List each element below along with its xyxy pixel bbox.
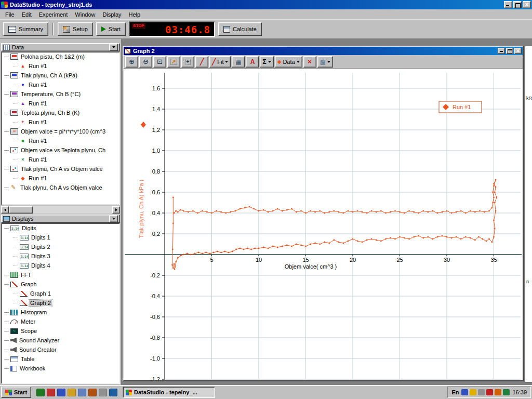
triangle-marker-icon: ▲ (20, 64, 26, 69)
zoom-out-button[interactable]: ⊖ (139, 56, 152, 68)
close-button[interactable] (523, 1, 531, 8)
sensor-blue-icon (10, 72, 18, 78)
data-source-item[interactable]: Tlak plynu, Ch A vs Objem valce (2, 164, 119, 174)
display-label: Digits 2 (30, 244, 51, 250)
tray-icon[interactable] (486, 389, 493, 395)
quick-launch-icon[interactable] (47, 389, 55, 396)
display-item[interactable]: Digits 3 (2, 251, 119, 261)
horizontal-scrollbar[interactable] (1, 206, 120, 214)
run-item[interactable]: ◆Run #1 (2, 174, 119, 183)
displays-panel-menu-button[interactable] (109, 215, 118, 222)
tray-icon[interactable] (461, 389, 468, 395)
scroll-left-button[interactable] (1, 206, 9, 214)
run-item[interactable]: ▲Run #1 (2, 61, 119, 71)
quick-launch-icon[interactable] (88, 389, 97, 396)
display-item[interactable]: Digits 4 (2, 261, 119, 270)
xy-data-icon (10, 147, 18, 153)
data-source-item[interactable]: Poloha pistu, Ch 1&2 (m) (2, 52, 119, 61)
maximize-button[interactable] (513, 1, 522, 8)
remove-button[interactable]: × (303, 56, 316, 68)
menu-display[interactable]: Display (99, 10, 125, 19)
svg-text:0,8: 0,8 (152, 168, 160, 175)
menu-help[interactable]: Help (125, 10, 144, 19)
start-button[interactable]: Start (96, 22, 126, 36)
taskbar-clock[interactable]: 16:39 (512, 389, 527, 395)
statistics-menu-button[interactable]: Σ (260, 56, 273, 68)
menu-experiment[interactable]: Experiment (35, 10, 72, 19)
zoom-in-button[interactable]: ⊕ (125, 56, 138, 68)
data-source-item[interactable]: Tlak plynu, Ch A vs Objem valce (2, 183, 119, 192)
quick-launch-icon[interactable] (109, 389, 117, 396)
slope-tool-button[interactable]: ╱ (195, 56, 208, 68)
quick-launch (34, 389, 120, 396)
scrollbar-thumb[interactable] (9, 206, 33, 214)
data-panel-menu-button[interactable] (109, 44, 118, 51)
quick-launch-icon[interactable] (36, 389, 45, 396)
fit-menu-button[interactable]: ╱Fit (209, 56, 231, 68)
tray-icon[interactable] (470, 389, 476, 395)
text-annotation-button[interactable]: A (246, 56, 259, 68)
quick-launch-icon[interactable] (99, 389, 107, 396)
display-item[interactable]: Digits (2, 223, 119, 233)
graph-icon (10, 282, 18, 287)
smart-tool-button[interactable]: + (181, 56, 194, 68)
display-item[interactable]: FFT (2, 270, 119, 280)
minimize-button[interactable] (504, 1, 512, 8)
zoom-select-button[interactable]: ⊡ (153, 56, 166, 68)
display-item[interactable]: Sound Analyzer (2, 336, 119, 345)
quick-launch-icon[interactable] (57, 389, 65, 396)
plot-svg[interactable]: 1,61,41,21,00,80,60,40,2-0,2-0,4-0,6-0,8… (124, 69, 523, 380)
display-item[interactable]: Table (2, 354, 119, 364)
tray-icon[interactable] (478, 389, 485, 395)
menu-window[interactable]: Window (71, 10, 99, 19)
data-source-item[interactable]: Objem valce vs Teplota plynu, Ch (2, 145, 119, 155)
calculator-button[interactable]: ▦ (232, 56, 245, 68)
display-item[interactable]: Graph 2 (2, 298, 119, 308)
data-menu-button[interactable]: ◆Data (275, 56, 302, 68)
run-item[interactable]: ■Run #1 (2, 136, 119, 145)
legend[interactable]: Run #1 (439, 101, 482, 113)
graph-close-button[interactable] (514, 48, 522, 54)
graph-minimize-button[interactable] (498, 48, 505, 54)
scrollbar-track[interactable] (9, 206, 112, 214)
chevron-down-icon (268, 61, 271, 63)
scroll-right-button[interactable] (112, 206, 120, 214)
run-item[interactable]: ▲Run #1 (2, 99, 119, 108)
display-item[interactable]: Graph 1 (2, 289, 119, 298)
display-item[interactable]: Meter (2, 317, 119, 326)
data-source-item[interactable]: Teplota plynu, Ch B (K) (2, 108, 119, 117)
display-label: Workbook (19, 365, 46, 371)
display-item[interactable]: Digits 2 (2, 242, 119, 251)
tray-icon[interactable] (503, 389, 510, 395)
quick-launch-icon[interactable] (78, 389, 86, 396)
scale-to-fit-button[interactable]: ↗ (167, 56, 180, 68)
summary-button[interactable]: Summary (3, 22, 48, 36)
display-item[interactable]: Workbook (2, 364, 119, 373)
tray-icon[interactable] (495, 389, 501, 395)
graph-maximize-button[interactable] (506, 48, 513, 54)
language-indicator[interactable]: En (451, 389, 459, 395)
plot-area[interactable]: 1,61,41,21,00,80,60,40,2-0,2-0,4-0,6-0,8… (124, 69, 523, 380)
data-source-item[interactable]: Objem valce = pi*r*r*y*100 (cm^3 (2, 127, 119, 136)
menu-file[interactable]: File (2, 10, 18, 19)
display-item[interactable]: Graph (2, 280, 119, 289)
run-item[interactable]: +Run #1 (2, 117, 119, 127)
display-item[interactable]: Histogram (2, 308, 119, 317)
display-item[interactable]: Scope (2, 326, 119, 336)
displays-panel-header: Displays (1, 215, 120, 223)
setup-button[interactable]: Setup (58, 22, 93, 36)
data-source-item[interactable]: Tlak plynu, Ch A (kPa) (2, 71, 119, 80)
run-item[interactable]: ×Run #1 (2, 155, 119, 164)
menu-edit[interactable]: Edit (18, 10, 35, 19)
start-menu-button[interactable]: Start (1, 387, 31, 398)
display-item[interactable]: Sound Creator (2, 345, 119, 354)
data-source-item[interactable]: Temperature, Ch B (°C) (2, 89, 119, 99)
calculate-label: Calculate (233, 26, 257, 32)
run-item[interactable]: ●Run #1 (2, 80, 119, 89)
display-item[interactable]: Digits 1 (2, 233, 119, 242)
graph-icon (20, 300, 28, 306)
task-button-datastudio[interactable]: DataStudio - tepelny_... (123, 387, 215, 398)
quick-launch-icon[interactable] (68, 389, 76, 396)
calculate-button[interactable]: Calculate (218, 22, 262, 36)
settings-menu-button[interactable]: ▩ (317, 56, 333, 68)
